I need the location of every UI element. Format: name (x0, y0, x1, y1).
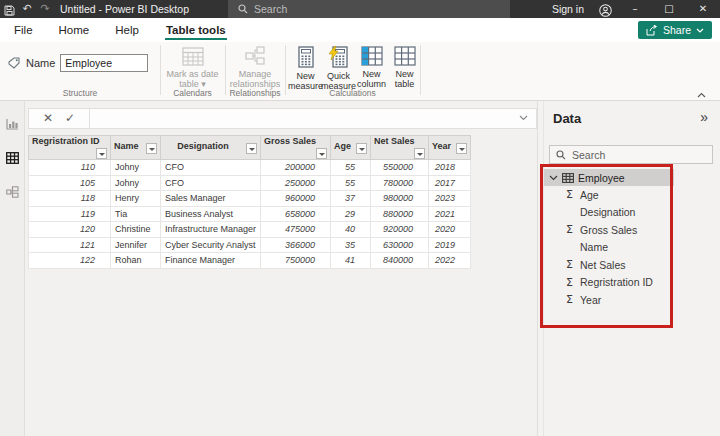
filter-dropdown-icon[interactable] (414, 148, 425, 159)
tab-table-tools[interactable]: Table tools (165, 21, 227, 40)
table-cell[interactable]: 2019 (429, 237, 471, 253)
table-cell[interactable]: Business Analyst (161, 206, 261, 222)
data-pane-search-input[interactable] (572, 149, 692, 161)
data-view-icon[interactable] (0, 145, 25, 171)
mark-as-date-table-button[interactable]: Mark as date table ▾ (160, 46, 225, 89)
field-item-net-sales[interactable]: ΣNet Sales (544, 256, 714, 274)
new-table-button[interactable]: New table (388, 46, 421, 91)
table-cell[interactable]: 55 (331, 175, 371, 191)
cancel-formula-icon[interactable]: ✕ (43, 109, 53, 128)
tree-item-employee-table[interactable]: Employee (544, 169, 674, 186)
menu-item-file[interactable]: File (14, 24, 33, 36)
table-cell[interactable]: CFO (161, 175, 261, 191)
table-name-input[interactable] (60, 54, 148, 72)
table-cell[interactable]: 2022 (429, 253, 471, 269)
table-cell[interactable]: 980000 (371, 191, 429, 207)
table-cell[interactable]: Tia (111, 206, 161, 222)
table-cell[interactable]: 780000 (371, 175, 429, 191)
table-cell[interactable]: 41 (331, 253, 371, 269)
table-cell[interactable]: 55 (331, 160, 371, 176)
field-item-year[interactable]: ΣYear (544, 291, 714, 309)
minimize-button[interactable]: – (618, 0, 652, 18)
table-cell[interactable]: 119 (29, 206, 111, 222)
titlebar-search-input[interactable] (254, 3, 474, 15)
filter-dropdown-icon[interactable] (96, 148, 107, 159)
filter-dropdown-icon[interactable] (456, 143, 467, 154)
new-column-button[interactable]: New column (355, 46, 388, 91)
column-header-age[interactable]: Age (331, 136, 371, 160)
table-cell[interactable]: Sales Manager (161, 191, 261, 207)
table-cell[interactable]: 200000 (261, 160, 331, 176)
new-measure-button[interactable]: New measure (289, 46, 322, 91)
table-cell[interactable]: 920000 (371, 222, 429, 238)
table-cell[interactable]: 880000 (371, 206, 429, 222)
redo-icon[interactable]: ↷ (36, 0, 54, 18)
field-item-designation[interactable]: Designation (544, 204, 714, 222)
menu-item-help[interactable]: Help (115, 24, 139, 36)
column-header-net-sales[interactable]: Net Sales (371, 136, 429, 160)
account-icon[interactable] (592, 2, 618, 17)
chevron-down-icon[interactable] (549, 175, 558, 181)
table-cell[interactable]: Johny (111, 175, 161, 191)
field-item-name[interactable]: Name (544, 239, 714, 257)
filter-dropdown-icon[interactable] (146, 143, 157, 154)
table-cell[interactable]: Finance Manager (161, 253, 261, 269)
field-item-gross-sales[interactable]: ΣGross Sales (544, 221, 714, 239)
report-view-icon[interactable] (0, 111, 25, 137)
formula-input[interactable] (90, 108, 537, 129)
data-pane-search[interactable] (549, 145, 713, 164)
table-cell[interactable]: Jennifer (111, 237, 161, 253)
table-cell[interactable]: 40 (331, 222, 371, 238)
share-button[interactable]: Share (638, 21, 712, 39)
filter-dropdown-icon[interactable] (316, 148, 327, 159)
table-cell[interactable]: 2020 (429, 222, 471, 238)
collapse-pane-icon[interactable]: » (700, 109, 708, 125)
table-cell[interactable]: Henry (111, 191, 161, 207)
table-cell[interactable]: Johny (111, 160, 161, 176)
table-cell[interactable]: 110 (29, 160, 111, 176)
table-cell[interactable]: 2017 (429, 175, 471, 191)
manage-relationships-button[interactable]: Manage relationships (225, 46, 285, 89)
quick-measure-button[interactable]: Quick measure (322, 46, 355, 91)
model-view-icon[interactable] (0, 179, 25, 205)
table-cell[interactable]: 2018 (429, 160, 471, 176)
table-cell[interactable]: 475000 (261, 222, 331, 238)
column-header-year[interactable]: Year (429, 136, 471, 160)
filter-dropdown-icon[interactable] (356, 143, 367, 154)
field-item-regristration-id[interactable]: ΣRegristration ID (544, 274, 714, 292)
table-cell[interactable]: 750000 (261, 253, 331, 269)
column-header-gross-sales[interactable]: Gross Sales (261, 136, 331, 160)
table-cell[interactable]: 630000 (371, 237, 429, 253)
column-header-name[interactable]: Name (111, 136, 161, 160)
table-cell[interactable]: 658000 (261, 206, 331, 222)
table-cell[interactable]: 2021 (429, 206, 471, 222)
close-button[interactable]: ✕ (686, 0, 720, 18)
table-cell[interactable]: 105 (29, 175, 111, 191)
table-cell[interactable]: 550000 (371, 160, 429, 176)
table-cell[interactable]: 960000 (261, 191, 331, 207)
table-cell[interactable]: 2023 (429, 191, 471, 207)
table-cell[interactable]: CFO (161, 160, 261, 176)
filter-dropdown-icon[interactable] (246, 143, 257, 154)
column-header-designation[interactable]: Designation (161, 136, 261, 160)
table-cell[interactable]: 118 (29, 191, 111, 207)
table-cell[interactable]: 37 (331, 191, 371, 207)
undo-icon[interactable]: ↶ (18, 0, 36, 18)
table-cell[interactable]: Infrastructure Manager (161, 222, 261, 238)
table-cell[interactable]: 120 (29, 222, 111, 238)
maximize-button[interactable]: □ (652, 0, 686, 18)
field-item-age[interactable]: ΣAge (544, 186, 714, 204)
table-cell[interactable]: 250000 (261, 175, 331, 191)
expand-formula-bar-icon[interactable] (519, 115, 528, 121)
table-cell[interactable]: 122 (29, 253, 111, 269)
commit-formula-icon[interactable]: ✓ (65, 109, 75, 128)
titlebar-search[interactable] (228, 0, 510, 18)
table-cell[interactable]: 840000 (371, 253, 429, 269)
table-cell[interactable]: 35 (331, 237, 371, 253)
sign-in-button[interactable]: Sign in (552, 3, 584, 15)
table-cell[interactable]: Rohan (111, 253, 161, 269)
table-cell[interactable]: 29 (331, 206, 371, 222)
table-cell[interactable]: Christine (111, 222, 161, 238)
menu-item-home[interactable]: Home (59, 24, 90, 36)
save-icon[interactable] (0, 2, 18, 16)
